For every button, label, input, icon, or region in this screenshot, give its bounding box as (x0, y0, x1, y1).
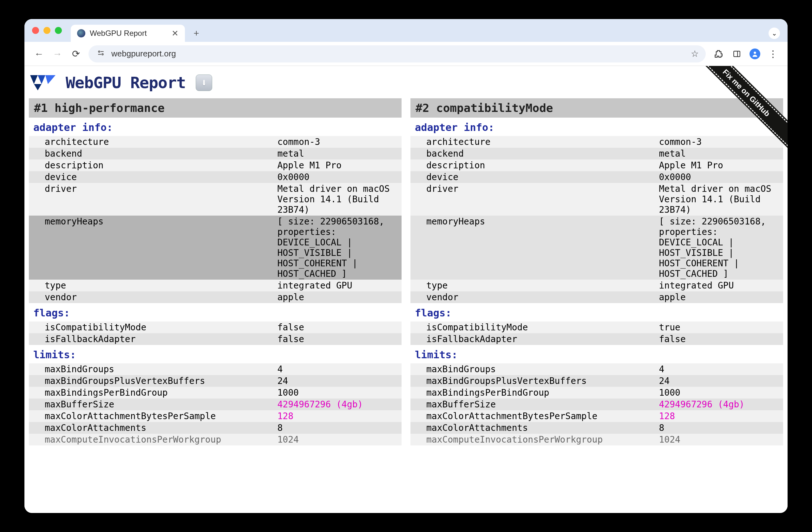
row-key: device (29, 171, 275, 183)
row-value: 1000 (275, 387, 402, 399)
kebab-menu-button[interactable]: ⋮ (767, 48, 779, 60)
row-value: 128 (656, 410, 783, 422)
table-row: maxComputeInvocationsPerWorkgroup1024 (410, 434, 783, 445)
row-value: 24 (656, 375, 783, 387)
row-key: maxColorAttachmentBytesPerSample (29, 410, 275, 422)
row-value: 8 (275, 422, 402, 434)
adapter-panels: #1 high-performanceadapter info:architec… (28, 98, 784, 445)
row-value: Apple M1 Pro (275, 160, 402, 171)
table-row: maxColorAttachments8 (29, 422, 402, 434)
tab-favicon (77, 29, 85, 38)
row-value: 1024 (656, 434, 783, 445)
fullscreen-window-button[interactable] (55, 27, 62, 34)
row-value: 4294967296 (4gb) (275, 399, 402, 410)
row-value: [ size: 22906503168, properties: DEVICE_… (656, 216, 783, 280)
row-key: maxColorAttachments (410, 422, 656, 434)
row-value: apple (656, 291, 783, 303)
table-row: memoryHeaps[ size: 22906503168, properti… (29, 216, 402, 280)
svg-point-2 (102, 54, 103, 55)
new-tab-button[interactable]: + (191, 28, 202, 39)
section-heading: limits: (29, 345, 402, 363)
panel-title: #2 compatibilityMode (410, 98, 783, 118)
download-button[interactable]: ⬇ (196, 74, 212, 91)
browser-window: WebGPU Report ✕ + ⌄ ← → ⟳ webgpureport.o… (25, 19, 787, 513)
row-key: architecture (410, 136, 656, 148)
minimize-window-button[interactable] (43, 27, 50, 34)
svg-marker-7 (30, 75, 38, 84)
bookmark-star-icon[interactable]: ☆ (691, 48, 699, 59)
svg-marker-9 (34, 84, 42, 90)
table-row: maxBindGroupsPlusVertexBuffers24 (410, 375, 783, 387)
browser-tab[interactable]: WebGPU Report ✕ (71, 25, 185, 42)
row-value: apple (275, 291, 402, 303)
row-key: architecture (29, 136, 275, 148)
row-key: maxBindGroups (29, 363, 275, 375)
row-key: maxBindGroups (410, 363, 656, 375)
adapter-panel: #1 high-performanceadapter info:architec… (29, 98, 402, 445)
table-row: driverMetal driver on macOS Version 14.1… (29, 183, 402, 216)
row-value: 8 (656, 422, 783, 434)
table-row: architecturecommon-3 (410, 136, 783, 148)
kv-table: architecturecommon-3backendmetaldescript… (29, 136, 402, 303)
address-bar[interactable]: webgpureport.org ☆ (88, 45, 706, 62)
table-row: driverMetal driver on macOS Version 14.1… (410, 183, 783, 216)
table-row: vendorapple (410, 291, 783, 303)
tabs-dropdown-button[interactable]: ⌄ (769, 28, 780, 39)
row-key: maxBindingsPerBindGroup (29, 387, 275, 399)
table-row: architecturecommon-3 (29, 136, 402, 148)
section-heading: adapter info: (29, 118, 402, 136)
row-key: backend (29, 148, 275, 160)
row-key: maxColorAttachmentBytesPerSample (410, 410, 656, 422)
table-row: vendorapple (29, 291, 402, 303)
section-heading: adapter info: (410, 118, 783, 136)
row-key: memoryHeaps (410, 216, 656, 280)
row-value: false (275, 333, 402, 345)
table-row: maxBufferSize4294967296 (4gb) (29, 399, 402, 410)
table-row: maxBindingsPerBindGroup1000 (410, 387, 783, 399)
site-info-icon[interactable] (96, 48, 106, 60)
svg-rect-4 (734, 51, 740, 56)
close-tab-button[interactable]: ✕ (172, 29, 178, 38)
row-value: [ size: 22906503168, properties: DEVICE_… (275, 216, 402, 280)
kv-table: isCompatibilityModefalseisFallbackAdapte… (29, 322, 402, 345)
page-header: WebGPU Report ⬇ (28, 74, 784, 98)
table-row: typeintegrated GPU (410, 280, 783, 291)
row-value: common-3 (656, 136, 783, 148)
row-value: true (656, 322, 783, 333)
page-content: Fix me on GitHub WebGPU Report ⬇ #1 high… (25, 66, 787, 513)
tab-title: WebGPU Report (90, 29, 167, 38)
page-title: WebGPU Report (66, 74, 186, 92)
row-key: maxComputeInvocationsPerWorkgroup (29, 434, 275, 445)
extensions-button[interactable] (713, 48, 724, 60)
back-button[interactable]: ← (33, 48, 45, 60)
table-row: maxBindGroups4 (29, 363, 402, 375)
table-row: maxColorAttachments8 (410, 422, 783, 434)
table-row: isFallbackAdapterfalse (410, 333, 783, 345)
table-row: isCompatibilityModetrue (410, 322, 783, 333)
profile-avatar-button[interactable] (750, 48, 760, 59)
row-value: 4 (656, 363, 783, 375)
adapter-panel: #2 compatibilityModeadapter info:archite… (410, 98, 783, 445)
row-key: maxColorAttachments (29, 422, 275, 434)
row-value: 4 (275, 363, 402, 375)
kv-table: isCompatibilityModetrueisFallbackAdapter… (410, 322, 783, 345)
row-key: driver (29, 183, 275, 216)
url-text: webgpureport.org (111, 49, 686, 59)
table-row: maxBindGroupsPlusVertexBuffers24 (29, 375, 402, 387)
row-key: driver (410, 183, 656, 216)
close-window-button[interactable] (32, 27, 39, 34)
reload-button[interactable]: ⟳ (70, 48, 82, 60)
table-row: maxBindingsPerBindGroup1000 (29, 387, 402, 399)
table-row: maxComputeInvocationsPerWorkgroup1024 (29, 434, 402, 445)
section-heading: limits: (410, 345, 783, 363)
row-key: isCompatibilityMode (29, 322, 275, 333)
row-key: maxBindGroupsPlusVertexBuffers (29, 375, 275, 387)
forward-button[interactable]: → (52, 48, 63, 60)
svg-marker-8 (38, 75, 45, 84)
row-key: maxBindingsPerBindGroup (410, 387, 656, 399)
table-row: typeintegrated GPU (29, 280, 402, 291)
download-arrow-icon: ⬇ (201, 76, 207, 89)
table-row: memoryHeaps[ size: 22906503168, properti… (410, 216, 783, 280)
side-panel-button[interactable] (731, 48, 742, 60)
svg-point-6 (754, 51, 756, 54)
